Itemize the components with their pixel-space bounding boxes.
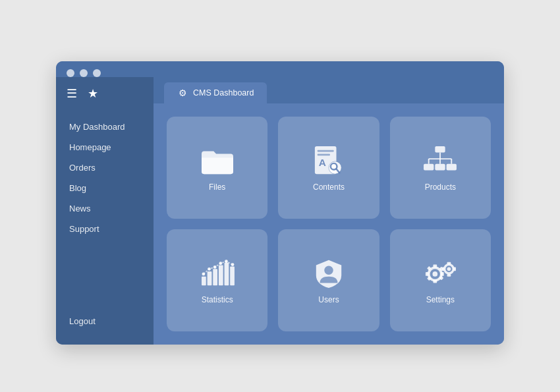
- grid-item-products[interactable]: Products: [390, 117, 491, 219]
- svg-rect-18: [213, 269, 217, 285]
- grid-item-statistics[interactable]: Statistics: [167, 229, 267, 331]
- sidebar-item-support[interactable]: Support: [56, 219, 154, 239]
- sidebar-toolbar: ☰ ★: [56, 77, 154, 110]
- contents-icon: A: [309, 144, 349, 177]
- star-icon[interactable]: ★: [88, 86, 98, 101]
- statistics-label: Statistics: [202, 295, 233, 304]
- statistics-icon: [198, 257, 237, 290]
- files-label: Files: [209, 182, 225, 192]
- svg-point-22: [202, 273, 205, 276]
- products-icon: [420, 144, 460, 177]
- svg-point-24: [213, 266, 216, 269]
- grid-item-files[interactable]: Files: [167, 117, 267, 219]
- sidebar-item-orders[interactable]: Orders: [56, 157, 154, 178]
- traffic-light-red[interactable]: [67, 69, 74, 77]
- svg-rect-19: [219, 266, 223, 286]
- svg-rect-15: [447, 164, 457, 171]
- grid-item-settings[interactable]: Settings: [390, 229, 491, 331]
- sidebar-bottom: Logout: [56, 311, 154, 345]
- svg-point-28: [324, 266, 333, 274]
- users-icon: [309, 257, 349, 290]
- traffic-light-green[interactable]: [93, 69, 101, 77]
- svg-rect-20: [224, 263, 229, 286]
- svg-rect-32: [434, 280, 437, 283]
- svg-rect-17: [207, 271, 211, 285]
- svg-rect-42: [447, 274, 451, 277]
- svg-point-30: [433, 271, 438, 277]
- sidebar-item-blog[interactable]: Blog: [56, 178, 154, 198]
- sidebar-item-news[interactable]: News: [56, 198, 154, 219]
- svg-point-26: [225, 260, 228, 263]
- svg-rect-33: [426, 272, 429, 276]
- svg-point-25: [219, 262, 222, 265]
- grid-item-contents[interactable]: A Contents: [278, 117, 379, 219]
- main-area: ⚙ CMS Dashboard Files: [154, 77, 504, 345]
- sidebar: ☰ ★ My Dashboard Homepage Orders Blog Ne…: [56, 77, 154, 345]
- files-icon: [198, 144, 237, 177]
- users-label: Users: [318, 295, 339, 304]
- svg-rect-7: [435, 146, 445, 153]
- svg-rect-31: [434, 265, 437, 268]
- grid-item-users[interactable]: Users: [278, 229, 379, 331]
- svg-rect-21: [230, 266, 235, 285]
- svg-text:A: A: [319, 157, 326, 168]
- tab-gear-icon: ⚙: [177, 88, 188, 98]
- logout-link[interactable]: Logout: [56, 311, 154, 331]
- sidebar-nav: My Dashboard Homepage Orders Blog News S…: [56, 110, 154, 311]
- sidebar-item-my-dashboard[interactable]: My Dashboard: [56, 117, 154, 137]
- svg-point-40: [447, 267, 451, 271]
- content-grid: Files A: [154, 103, 504, 345]
- settings-label: Settings: [426, 295, 455, 304]
- traffic-light-yellow[interactable]: [80, 69, 88, 77]
- browser-content: ☰ ★ My Dashboard Homepage Orders Blog Ne…: [56, 77, 504, 345]
- cms-dashboard-tab[interactable]: ⚙ CMS Dashboard: [164, 82, 267, 103]
- tab-bar: ⚙ CMS Dashboard: [154, 77, 504, 103]
- svg-point-23: [208, 267, 211, 271]
- svg-point-27: [231, 263, 234, 266]
- browser-window: ☰ ★ My Dashboard Homepage Orders Blog Ne…: [56, 61, 504, 345]
- svg-rect-2: [318, 154, 330, 155]
- svg-rect-43: [442, 267, 445, 271]
- svg-rect-13: [435, 164, 445, 171]
- tab-label: CMS Dashboard: [193, 88, 254, 98]
- svg-rect-44: [453, 267, 456, 271]
- svg-rect-1: [318, 150, 334, 152]
- title-bar: [56, 61, 504, 77]
- svg-rect-16: [202, 277, 206, 285]
- svg-rect-11: [424, 164, 434, 171]
- products-label: Products: [425, 182, 456, 192]
- settings-icon: [420, 257, 460, 290]
- hamburger-icon[interactable]: ☰: [67, 86, 77, 101]
- sidebar-item-homepage[interactable]: Homepage: [56, 137, 154, 157]
- contents-label: Contents: [313, 182, 345, 192]
- svg-rect-34: [441, 272, 444, 276]
- svg-rect-41: [447, 262, 451, 265]
